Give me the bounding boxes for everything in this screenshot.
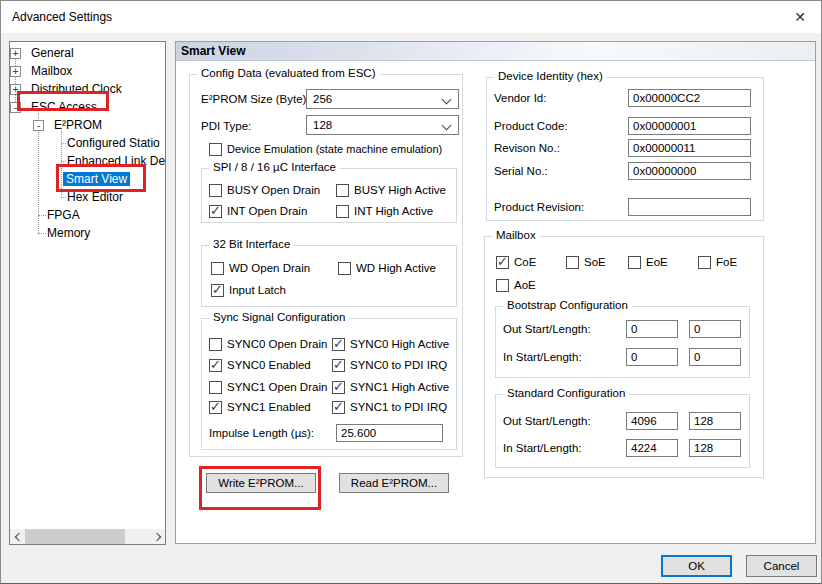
tree-item-configured-station[interactable]: Configured Statio <box>67 135 160 151</box>
eeprom-size-label: E²PROM Size (Byte): <box>201 93 310 105</box>
close-icon[interactable]: ✕ <box>787 5 813 29</box>
standard-config-legend: Standard Configuration <box>503 387 629 399</box>
tree-item-distributed-clock[interactable]: Distributed Clock <box>31 81 122 97</box>
foe-checkbox[interactable]: FoE <box>698 255 737 269</box>
product-code-input[interactable] <box>628 117 751 135</box>
vendor-id-label: Vendor Id: <box>494 92 546 104</box>
sync0-pdi-irq-checkbox[interactable]: SYNC0 to PDI IRQ <box>332 358 447 372</box>
int-open-drain-checkbox[interactable]: INT Open Drain <box>209 204 307 218</box>
tree-item-enhanced-link[interactable]: Enhanced Link De <box>67 153 165 169</box>
wd-open-drain-checkbox[interactable]: WD Open Drain <box>211 261 310 275</box>
checkbox-label: SoE <box>584 256 606 268</box>
expand-plus-icon[interactable] <box>10 48 21 59</box>
scroll-right-icon[interactable] <box>150 529 165 544</box>
tree-connector <box>61 143 66 144</box>
tree-item-hex-editor[interactable]: Hex Editor <box>67 189 123 205</box>
aoe-checkbox[interactable]: AoE <box>496 278 536 292</box>
checkbox-icon <box>211 284 224 297</box>
wd-high-active-checkbox[interactable]: WD High Active <box>338 261 436 275</box>
checkbox-icon <box>496 279 509 292</box>
scrollbar-thumb[interactable] <box>25 529 125 544</box>
tree-item-smart-view[interactable]: Smart View <box>63 171 130 187</box>
soe-checkbox[interactable]: SoE <box>566 255 606 269</box>
sync1-open-drain-checkbox[interactable]: SYNC1 Open Drain <box>209 380 327 394</box>
sync1-enabled-checkbox[interactable]: SYNC1 Enabled <box>209 400 311 414</box>
mailbox-legend: Mailbox <box>492 229 540 241</box>
checkbox-icon <box>628 256 641 269</box>
ok-button[interactable]: OK <box>661 555 732 577</box>
device-identity-legend: Device Identity (hex) <box>494 70 607 82</box>
tree-connector <box>38 215 46 216</box>
sync0-open-drain-checkbox[interactable]: SYNC0 Open Drain <box>209 337 327 351</box>
pdi-type-select[interactable]: 128 <box>306 115 459 135</box>
serial-no-label: Serial No.: <box>494 165 548 177</box>
eoe-checkbox[interactable]: EoE <box>628 255 668 269</box>
cancel-button[interactable]: Cancel <box>746 555 817 577</box>
checkbox-label: SYNC0 High Active <box>350 338 449 350</box>
standard-in-length-input[interactable] <box>689 439 741 457</box>
tree-connector <box>38 233 46 234</box>
tree-item-esc-access[interactable]: ESC Access <box>31 99 97 115</box>
expand-plus-icon[interactable] <box>10 66 21 77</box>
bootstrap-out-start-input[interactable] <box>626 320 678 338</box>
sync1-high-active-checkbox[interactable]: SYNC1 High Active <box>332 380 449 394</box>
write-eeprom-button[interactable]: Write E²PROM... <box>206 473 316 493</box>
impulse-length-input[interactable] <box>336 424 443 442</box>
checkbox-icon <box>209 381 222 394</box>
tree-item-general[interactable]: General <box>31 45 74 61</box>
standard-out-label: Out Start/Length: <box>503 415 591 427</box>
tree-item-memory[interactable]: Memory <box>47 225 90 241</box>
bootstrap-in-start-input[interactable] <box>626 348 678 366</box>
checkbox-label: CoE <box>514 256 536 268</box>
bootstrap-out-length-input[interactable] <box>689 320 741 338</box>
title-bar: Advanced Settings ✕ <box>1 1 821 33</box>
device-emulation-checkbox[interactable]: Device Emulation (state machine emulatio… <box>209 142 442 156</box>
sync1-pdi-irq-checkbox[interactable]: SYNC1 to PDI IRQ <box>332 400 447 414</box>
checkbox-icon <box>209 338 222 351</box>
tree-item-fpga[interactable]: FPGA <box>47 207 80 223</box>
checkbox-icon <box>209 401 222 414</box>
eeprom-size-select[interactable]: 256 <box>306 89 459 109</box>
vendor-id-input[interactable] <box>628 89 751 107</box>
read-eeprom-button[interactable]: Read E²PROM... <box>339 473 449 493</box>
standard-in-start-input[interactable] <box>626 439 678 457</box>
config-data-legend: Config Data (evaluated from ESC) <box>197 67 380 79</box>
bootstrap-in-length-input[interactable] <box>689 348 741 366</box>
serial-no-input[interactable] <box>628 162 751 180</box>
tree-item-eeprom[interactable]: E²PROM <box>54 117 102 133</box>
checkbox-label: SYNC1 Open Drain <box>227 381 327 393</box>
int-high-active-checkbox[interactable]: INT High Active <box>336 204 433 218</box>
product-revision-input[interactable] <box>628 198 751 216</box>
advanced-settings-dialog: Advanced Settings ✕ General Mailbox Dist… <box>0 0 822 584</box>
window-title: Advanced Settings <box>12 10 112 24</box>
busy-high-active-checkbox[interactable]: BUSY High Active <box>336 183 446 197</box>
checkbox-icon <box>209 205 222 218</box>
checkbox-icon <box>698 256 711 269</box>
expand-minus-icon[interactable] <box>10 102 21 113</box>
checkbox-label: SYNC1 Enabled <box>227 401 311 413</box>
standard-out-length-input[interactable] <box>689 412 741 430</box>
checkbox-label: WD Open Drain <box>229 262 310 274</box>
tree-horizontal-scrollbar[interactable] <box>10 529 165 544</box>
sync0-enabled-checkbox[interactable]: SYNC0 Enabled <box>209 358 311 372</box>
revision-no-input[interactable] <box>628 139 751 157</box>
standard-out-start-input[interactable] <box>626 412 678 430</box>
checkbox-icon <box>338 262 351 275</box>
sync0-high-active-checkbox[interactable]: SYNC0 High Active <box>332 337 449 351</box>
scroll-left-icon[interactable] <box>10 529 25 544</box>
tree-connector <box>61 131 62 197</box>
expand-minus-icon[interactable] <box>33 120 44 131</box>
tree-item-mailbox[interactable]: Mailbox <box>31 63 72 79</box>
checkbox-label: BUSY High Active <box>354 184 446 196</box>
selected-tree-label: Smart View <box>63 172 130 186</box>
busy-open-drain-checkbox[interactable]: BUSY Open Drain <box>209 183 320 197</box>
bootstrap-out-label: Out Start/Length: <box>503 323 591 335</box>
sync-signal-legend: Sync Signal Configuration <box>209 311 349 323</box>
expand-plus-icon[interactable] <box>10 84 21 95</box>
input-latch-checkbox[interactable]: Input Latch <box>211 283 286 297</box>
checkbox-label: SYNC1 to PDI IRQ <box>350 401 447 413</box>
bit32-interface-group: 32 Bit Interface <box>201 245 457 307</box>
checkbox-icon <box>566 256 579 269</box>
coe-checkbox[interactable]: CoE <box>496 255 536 269</box>
tree-connector <box>61 197 66 198</box>
